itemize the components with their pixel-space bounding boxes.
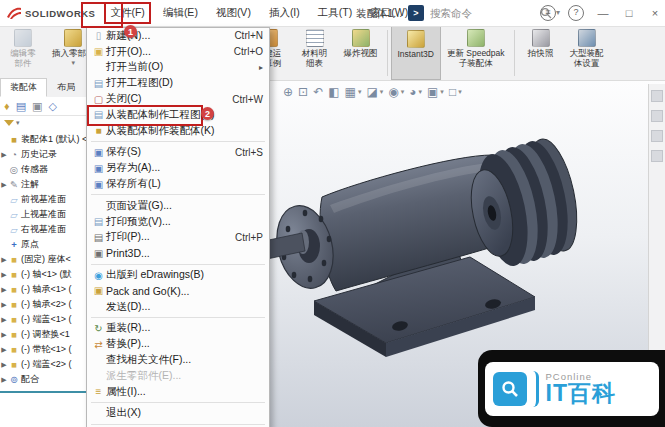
exploded-view-icon bbox=[352, 29, 370, 47]
ribbon-button-take-snapshot[interactable]: 拍快照 bbox=[518, 26, 564, 80]
zoom-fit-icon[interactable]: ⊕ bbox=[283, 85, 293, 99]
expand-arrow-icon[interactable]: ▶ bbox=[0, 361, 8, 369]
ribbon-button-update-speedpak[interactable]: 更新 Speedpak子装配体 bbox=[441, 26, 511, 80]
menu-item-查找相关文件(F)...[interactable]: 查找相关文件(F)... bbox=[87, 352, 269, 368]
menu-item-重装(R)...[interactable]: ↻重装(R)... bbox=[87, 321, 269, 337]
menu-item-Pack and Go(K)...[interactable]: ▣Pack and Go(K)... bbox=[87, 283, 269, 299]
ribbon-button-edit-component[interactable]: 编辑零部件 bbox=[0, 26, 46, 80]
expand-arrow-icon[interactable]: ▶ bbox=[0, 331, 8, 339]
maximize-icon[interactable]: □ bbox=[622, 7, 636, 19]
menu-item-从装配体制作装配体(K)[interactable]: ■从装配体制作装配体(K) bbox=[87, 123, 269, 139]
menu-item-保存(S)[interactable]: ▣保存(S)Ctrl+S bbox=[87, 145, 269, 161]
menu-item-属性(I)...[interactable]: ≡属性(I)... bbox=[87, 384, 269, 400]
apply-scene-icon[interactable]: ▣ bbox=[427, 85, 438, 99]
tree-item[interactable]: ▱前视基准面 bbox=[0, 192, 86, 207]
task-pane-strip[interactable] bbox=[648, 84, 665, 364]
view-settings-icon[interactable]: □ bbox=[449, 85, 456, 99]
menu-文件(F)[interactable]: 文件(F) bbox=[105, 3, 149, 23]
display-style-icon[interactable]: ◪ bbox=[366, 85, 377, 99]
menu-item-从装配体制作工程图(E)[interactable]: ▤从装配体制作工程图(E) bbox=[87, 107, 269, 123]
menu-item-Print3D...[interactable]: ▣Print3D... bbox=[87, 245, 269, 261]
menu-item-打开(O)...[interactable]: ▣打开(O)...Ctrl+O bbox=[87, 44, 269, 60]
close-icon[interactable]: × bbox=[648, 7, 662, 19]
expand-arrow-icon[interactable]: ▶ bbox=[0, 256, 8, 264]
expand-arrow-icon[interactable]: ▶ bbox=[0, 286, 8, 294]
tab-布局[interactable]: 布局 bbox=[47, 78, 85, 97]
ribbon-button-instant3d[interactable]: Instant3D bbox=[391, 26, 441, 80]
submenu-arrow-icon: ▸ bbox=[259, 63, 263, 72]
menu-插入(I)[interactable]: 插入(I) bbox=[264, 3, 305, 23]
menu-item-打印(P)...[interactable]: ▤打印(P)...Ctrl+P bbox=[87, 230, 269, 246]
expand-arrow-icon[interactable]: ▶ bbox=[0, 376, 8, 384]
task-pane-icon[interactable] bbox=[651, 90, 663, 102]
menu-item-新建(N)...[interactable]: ▯新建(N)...Ctrl+N bbox=[87, 28, 269, 44]
tree-item[interactable]: ▶■(-) 带轮<1> ( bbox=[0, 342, 86, 357]
search-input[interactable] bbox=[428, 6, 536, 20]
hide-show-items-icon[interactable]: ◉ bbox=[388, 85, 398, 99]
dimxpert-tab-icon[interactable]: ◇ bbox=[48, 100, 56, 112]
featuremanager-tab-icon[interactable]: ♦ bbox=[4, 100, 10, 112]
tree-item[interactable]: ▶✎注解 bbox=[0, 177, 86, 192]
menu-item-打开工程图(D)[interactable]: ▤打开工程图(D) bbox=[87, 75, 269, 91]
replace-icon: ⇄ bbox=[91, 339, 106, 350]
menu-item-页面设置(G)...[interactable]: 页面设置(G)... bbox=[87, 198, 269, 214]
menu-item-退出(X)[interactable]: 退出(X) bbox=[87, 406, 269, 422]
menu-item-关闭(C)[interactable]: ▢关闭(C)Ctrl+W bbox=[87, 91, 269, 107]
menu-视图(V)[interactable]: 视图(V) bbox=[211, 3, 256, 23]
user-options-icon[interactable]: ≡ bbox=[540, 5, 556, 21]
tree-item[interactable]: ▶■(-) 轴<1> (默 bbox=[0, 267, 86, 282]
tab-装配体[interactable]: 装配体 bbox=[0, 78, 47, 97]
tree-item[interactable]: ◎传感器 bbox=[0, 162, 86, 177]
expand-arrow-icon[interactable]: ▶ bbox=[0, 151, 8, 159]
watermark-magnifier-icon bbox=[493, 372, 527, 406]
menu-item-打印预览(V)...[interactable]: ▤打印预览(V)... bbox=[87, 214, 269, 230]
tree-item[interactable]: ▶■(-) 调整换<1 bbox=[0, 327, 86, 342]
expand-arrow-icon[interactable]: ▶ bbox=[0, 271, 8, 279]
tree-item[interactable]: ▶◔历史记录 bbox=[0, 147, 86, 162]
configurationmanager-tab-icon[interactable]: ▣ bbox=[32, 100, 42, 112]
menu-item-替换(P)...[interactable]: ⇄替换(P)... bbox=[87, 336, 269, 352]
expand-arrow-icon[interactable]: ▶ bbox=[0, 346, 8, 354]
tree-item[interactable]: ▶■(-) 轴承<2> ( bbox=[0, 297, 86, 312]
filter-caret-icon[interactable]: ▾ bbox=[16, 119, 20, 127]
tree-item[interactable]: ▶■(固定) 座体< bbox=[0, 252, 86, 267]
ribbon-button-large-assembly-settings[interactable]: 大型装配体设置 bbox=[564, 26, 610, 80]
ribbon-button-exploded-view[interactable]: 爆炸视图 bbox=[338, 26, 384, 80]
tree-item[interactable]: ■装配体1 (默认) < bbox=[0, 132, 86, 147]
view-orientation-icon[interactable]: ▦ bbox=[345, 85, 356, 99]
3d-model-motor-assembly[interactable] bbox=[250, 105, 580, 365]
expand-arrow-icon[interactable]: ▶ bbox=[0, 301, 8, 309]
help-icon[interactable]: ? bbox=[568, 5, 584, 21]
tree-filter[interactable]: ▾ bbox=[0, 116, 86, 130]
task-pane-icon[interactable] bbox=[651, 110, 663, 122]
filter-funnel-icon[interactable] bbox=[4, 120, 14, 126]
propertymanager-tab-icon[interactable]: ▤ bbox=[16, 100, 26, 112]
menu-编辑(E)[interactable]: 编辑(E) bbox=[158, 3, 203, 23]
previous-view-icon[interactable]: ↶ bbox=[313, 85, 323, 99]
section-view-icon[interactable]: ◧ bbox=[328, 85, 339, 99]
search-command-icon[interactable]: > bbox=[408, 5, 424, 21]
tree-item[interactable]: ▶■(-) 端盖<2> ( bbox=[0, 357, 86, 372]
edit-appearance-icon[interactable]: ◕ bbox=[409, 85, 416, 99]
minimize-icon[interactable]: — bbox=[596, 7, 610, 19]
tree-item[interactable]: ▶⊚配合 bbox=[0, 372, 86, 387]
task-pane-icon[interactable] bbox=[651, 130, 663, 142]
tree-item[interactable]: ▱右视基准面 bbox=[0, 222, 86, 237]
menu-item-另存为(A)...[interactable]: ▣另存为(A)... bbox=[87, 160, 269, 176]
ribbon-button-bill-of-materials[interactable]: 材料明细表 bbox=[292, 26, 338, 80]
tree-item[interactable]: ▶■(-) 轴承<1> ( bbox=[0, 282, 86, 297]
menu-item-打开当前(O)[interactable]: 打开当前(O)▸ bbox=[87, 60, 269, 76]
menu-item-保存所有(L)[interactable]: ▣保存所有(L) bbox=[87, 176, 269, 192]
task-pane-icon[interactable] bbox=[651, 150, 663, 162]
tree-item[interactable]: +原点 bbox=[0, 237, 86, 252]
menu-item-发送(D)...[interactable]: 发送(D)... bbox=[87, 299, 269, 315]
tree-item-label: 历史记录 bbox=[21, 148, 57, 161]
expand-arrow-icon[interactable]: ▶ bbox=[0, 181, 8, 189]
expand-arrow-icon[interactable]: ▶ bbox=[0, 316, 8, 324]
zoom-area-icon[interactable]: ⊡ bbox=[298, 85, 308, 99]
menu-item-label: 从装配体制作工程图(E) bbox=[106, 108, 215, 122]
tree-item[interactable]: ▶■(-) 端盖<1> ( bbox=[0, 312, 86, 327]
tree-item[interactable]: ▱上视基准面 bbox=[0, 207, 86, 222]
menu-item-出版到 eDrawings(B)[interactable]: ◉出版到 eDrawings(B) bbox=[87, 267, 269, 283]
menu-工具(T)[interactable]: 工具(T) bbox=[313, 3, 357, 23]
